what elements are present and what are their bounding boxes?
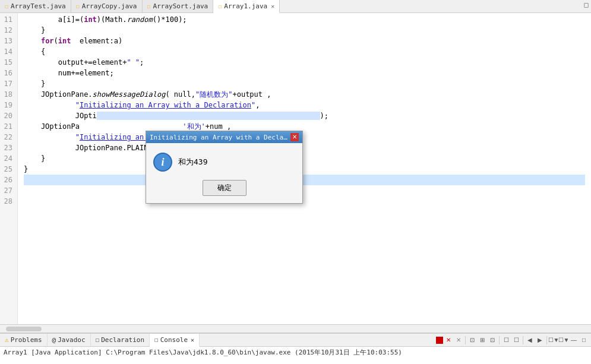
toolbar-sep-4	[546, 336, 547, 344]
toolbar-sep-2	[499, 336, 500, 344]
line-num-27: 27	[2, 185, 12, 196]
dialog-message-row: i 和为439	[153, 153, 295, 172]
tab-label-arraysort: ArraySort.java	[153, 2, 208, 10]
console-output-area: Array1 [Java Application] C:\Program Fil…	[0, 347, 591, 360]
bottom-tab-console[interactable]: ☐ Console ✕	[150, 334, 200, 347]
code-line-13: for(int element:a)	[24, 36, 585, 46]
clear-console-button[interactable]: ⊡	[467, 335, 477, 345]
scrollbar-thumb[interactable]	[6, 327, 42, 331]
tab-label-array1: Array1.java	[224, 2, 267, 10]
pin-console-button[interactable]: ☐	[501, 335, 511, 345]
line-num-28: 28	[2, 196, 12, 207]
problems-icon: ⚠	[5, 336, 9, 344]
scroll-lock-button[interactable]: ⊞	[478, 335, 487, 345]
tab-arraysort[interactable]: ☐ ArraySort.java	[143, 0, 214, 12]
dialog-body: i 和为439 确定	[146, 143, 302, 203]
line-num-24: 24	[2, 153, 12, 164]
bottom-tab-label-declaration: Declaration	[101, 336, 144, 344]
code-line-17: }	[24, 78, 585, 89]
stop-button[interactable]	[436, 337, 443, 344]
bottom-tab-javadoc[interactable]: @ Javadoc	[48, 334, 91, 346]
dialog-message: 和为439	[178, 157, 207, 167]
bottom-tab-problems[interactable]: ⚠ Problems	[0, 334, 48, 346]
line-num-17: 17	[2, 78, 12, 89]
code-content[interactable]: a[i]=(int)(Math.random()*100); } for(int…	[18, 13, 591, 324]
info-icon: i	[153, 153, 172, 172]
layout-button[interactable]: ☐▼	[559, 335, 568, 345]
minimize-panel-button[interactable]: —	[569, 335, 579, 345]
word-wrap-button[interactable]: ⊡	[488, 335, 497, 345]
code-line-12: }	[24, 25, 585, 36]
bottom-tab-label-problems: Problems	[11, 336, 42, 344]
bottom-tab-declaration[interactable]: ☐ Declaration	[91, 334, 150, 346]
console-text: Array1 [Java Application] C:\Program Fil…	[4, 349, 402, 356]
console-icon: ☐	[154, 336, 159, 344]
tab-bar: ☐ ArrayTest.java ☐ ArrayCopy.java ☐ Arra…	[0, 0, 591, 13]
line-num-26: 26	[2, 175, 12, 185]
tab-icon-arraycopy: ☐	[76, 3, 80, 10]
maximize-button[interactable]: □	[581, 0, 591, 10]
line-num-11: 11	[2, 14, 12, 25]
code-line-16: num+=element;	[24, 68, 585, 78]
tab-label-arraytest: ArrayTest.java	[11, 2, 66, 10]
tab-arraytest[interactable]: ☐ ArrayTest.java	[0, 0, 71, 12]
tab-icon-arraysort: ☐	[147, 3, 151, 10]
line-num-18: 18	[2, 89, 12, 100]
code-line-26: }	[24, 153, 585, 164]
next-button[interactable]: ▶	[535, 335, 545, 345]
tab-icon-array1: ☐	[218, 3, 222, 10]
dialog-close-button[interactable]: ✕	[290, 133, 299, 141]
terminate-button[interactable]: ✕	[444, 335, 453, 345]
code-line-23: JOptionPane.PLAIN_MESSAGE );	[24, 143, 585, 153]
line-num-19: 19	[2, 100, 12, 110]
dialog-titlebar: Initializing an Array with a Declarati..…	[146, 131, 302, 143]
declaration-icon: ☐	[96, 336, 100, 344]
view-menu-button[interactable]: ☐▼	[549, 335, 558, 345]
line-num-22: 22	[2, 132, 12, 143]
horizontal-scrollbar[interactable]	[0, 324, 591, 333]
dialog-title: Initializing an Array with a Declarati..…	[150, 134, 290, 141]
code-line-11: a[i]=(int)(Math.random()*100);	[24, 14, 585, 25]
toolbar-sep-3	[523, 336, 523, 344]
line-num-21: 21	[2, 121, 12, 132]
console-tab-close[interactable]: ✕	[191, 337, 194, 343]
code-line-19: "Initializing an Array with a Declaratio…	[24, 100, 585, 110]
bottom-panel: ⚠ Problems @ Javadoc ☐ Declaration ☐ Con…	[0, 333, 591, 364]
code-line-20: JOpti );	[24, 110, 585, 121]
code-line-18: JOptionPane.showMessageDialog( null,"随机数…	[24, 89, 585, 100]
line-num-14: 14	[2, 46, 12, 57]
line-num-23: 23	[2, 143, 12, 153]
line-num-25: 25	[2, 164, 12, 175]
line-num-13: 13	[2, 36, 12, 46]
tab-arraycopy[interactable]: ☐ ArrayCopy.java	[71, 0, 143, 12]
line-num-20: 20	[2, 110, 12, 121]
javadoc-icon: @	[52, 336, 56, 344]
line-numbers: 11 12 13 14 15 16 17 18 19 20 21 22 23 2…	[0, 13, 18, 324]
dialog-buttons: 确定	[153, 180, 295, 196]
code-line-14: {	[24, 46, 585, 57]
bottom-tab-label-console: Console	[160, 336, 188, 344]
console-options-button[interactable]: ☐	[511, 335, 521, 345]
remove-launch-button[interactable]: ✕	[454, 335, 463, 345]
code-line-28	[24, 175, 585, 185]
dialog-box: Initializing an Array with a Declarati..…	[146, 131, 303, 204]
code-line-21: JOptionPa '和为'+num ,	[24, 121, 585, 132]
tab-label-arraycopy: ArrayCopy.java	[82, 2, 137, 10]
tab-close-array1[interactable]: ✕	[271, 3, 274, 10]
ok-button[interactable]: 确定	[203, 180, 246, 196]
bottom-tab-label-javadoc: Javadoc	[58, 336, 85, 344]
code-line-22: "Initializing an Array with a Declaratio…	[24, 132, 585, 143]
maximize-panel-button[interactable]: □	[579, 335, 589, 345]
toolbar-sep-1	[465, 336, 466, 344]
code-line-27: }	[24, 164, 585, 175]
tab-icon-arraytest: ☐	[5, 3, 8, 10]
prev-button[interactable]: ◀	[525, 335, 535, 345]
line-num-15: 15	[2, 57, 12, 68]
line-num-16: 16	[2, 68, 12, 78]
tab-array1[interactable]: ☐ Array1.java ✕	[213, 0, 280, 13]
line-num-12: 12	[2, 25, 12, 36]
code-line-15: output+=element+" ";	[24, 57, 585, 68]
